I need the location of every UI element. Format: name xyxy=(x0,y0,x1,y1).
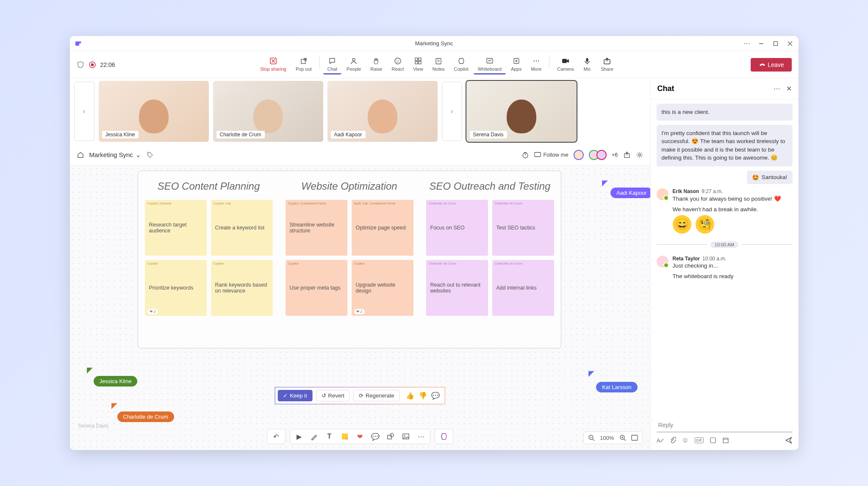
reply-input[interactable]: Reply xyxy=(657,418,793,432)
home-icon[interactable] xyxy=(77,151,84,159)
tag-icon[interactable] xyxy=(146,151,154,159)
chat-reply[interactable]: 🤩 Santouka! xyxy=(747,171,793,184)
notes-button[interactable]: Notes xyxy=(428,55,449,75)
chat-close-icon[interactable]: ✕ xyxy=(786,85,792,93)
whiteboard-canvas[interactable]: SEO Content Planning Copilot, DanielaRes… xyxy=(70,166,650,450)
keep-it-button[interactable]: ✓ Keep it xyxy=(277,390,312,401)
sticky-note[interactable]: CopilotUse proper meta tags xyxy=(286,260,347,316)
emoji-picker-icon[interactable]: ☺ xyxy=(682,436,689,444)
svg-rect-27 xyxy=(562,59,567,63)
sticky-note[interactable]: Charlotte de CrumReach out to relevant w… xyxy=(426,260,488,316)
record-icon[interactable] xyxy=(89,61,96,69)
sticky-note[interactable]: Charlotte de CrumTest SEO tactics xyxy=(492,200,554,256)
chat-message[interactable]: this is a new client. xyxy=(657,104,793,121)
shape-tool-icon[interactable] xyxy=(386,432,395,441)
sticky-note[interactable]: CopilotPrioritize keywords❤ 2 xyxy=(145,260,207,316)
emoji-reaction[interactable]: 🧐 xyxy=(696,215,714,234)
chat-thread[interactable]: Reta Taylor10:00 a.m. Just checking in..… xyxy=(657,256,793,279)
schedule-icon[interactable] xyxy=(722,437,729,444)
attach-icon[interactable] xyxy=(669,437,676,444)
heart-badge: ❤ 2 xyxy=(354,309,365,314)
participant-name: Charlotte de Crum xyxy=(216,131,265,138)
pen-tool-icon[interactable] xyxy=(310,432,319,441)
presence-avatar[interactable] xyxy=(574,150,584,160)
participant-tile-active[interactable]: Serena Davis xyxy=(466,81,577,142)
more-participants-count[interactable]: +6 xyxy=(612,152,618,158)
gif-icon[interactable]: GIF xyxy=(695,437,704,443)
sticker-icon[interactable] xyxy=(710,437,716,444)
presence-avatar[interactable] xyxy=(596,150,607,160)
text-tool-icon[interactable]: T xyxy=(325,432,334,441)
undo-icon[interactable]: ↶ xyxy=(272,432,281,441)
send-icon[interactable] xyxy=(785,436,793,444)
zoom-in-icon[interactable] xyxy=(619,434,626,441)
svg-rect-28 xyxy=(586,58,588,62)
maximize-button[interactable] xyxy=(772,40,779,47)
chat-message[interactable]: I'm pretty confident that this launch wi… xyxy=(657,125,793,166)
thumbs-up-icon[interactable]: 👍 xyxy=(406,392,414,400)
close-button[interactable] xyxy=(787,40,793,47)
camera-icon xyxy=(561,57,570,65)
mic-button[interactable]: Mic xyxy=(579,55,596,75)
zoom-out-icon[interactable] xyxy=(588,434,595,441)
pop-out-button[interactable]: Pop out xyxy=(291,55,316,75)
copilot-button[interactable]: Copilot xyxy=(450,55,473,75)
participant-tile[interactable]: Aadi Kapoor xyxy=(327,81,438,142)
react-button[interactable]: React xyxy=(387,55,408,75)
strip-next-button[interactable]: › xyxy=(442,82,462,141)
shield-icon[interactable] xyxy=(77,61,84,69)
sticky-note[interactable]: Copilot, DanielaResearch target audience xyxy=(145,200,207,256)
regenerate-button[interactable]: ⟳ Regenerate xyxy=(353,390,400,401)
reaction-tool-icon[interactable]: ❤ xyxy=(355,432,365,441)
strip-prev-button[interactable]: ‹ xyxy=(74,82,94,141)
time-divider: 10:00 AM xyxy=(657,241,793,248)
svg-rect-3 xyxy=(774,41,777,45)
settings-icon[interactable] xyxy=(636,151,643,159)
view-button[interactable]: View xyxy=(409,55,427,75)
ellipsis-icon[interactable]: ⋯ xyxy=(743,40,750,47)
chat-thread[interactable]: Erik Nason9:27 a.m. Thank you for always… xyxy=(657,188,793,234)
image-tool-icon[interactable] xyxy=(401,432,410,441)
more-button[interactable]: ⋯ More xyxy=(527,55,546,75)
whiteboard-title[interactable]: Marketing Sync ⌄ xyxy=(89,151,141,159)
camera-button[interactable]: Camera xyxy=(553,55,578,75)
timer-icon[interactable] xyxy=(521,151,529,159)
copilot-tool[interactable] xyxy=(435,429,453,444)
sticky-note[interactable]: CopilotRank keywords based on relevance xyxy=(211,260,273,316)
feedback-icon[interactable]: 💬 xyxy=(431,392,440,400)
sticky-note[interactable]: Charlotte de CrumAdd internal links xyxy=(492,260,554,316)
sticky-note[interactable]: CopilotUpgrade website design❤ 2 xyxy=(352,260,413,316)
emoji-reaction[interactable]: 😄 xyxy=(673,215,691,234)
sticky-tool-icon[interactable] xyxy=(340,432,349,441)
apps-button[interactable]: Apps xyxy=(507,55,526,75)
whiteboard-button[interactable]: Whiteboard xyxy=(474,55,506,75)
share-button[interactable]: Share xyxy=(596,55,617,75)
mic-icon xyxy=(583,57,591,65)
chat-more-icon[interactable]: ⋯ xyxy=(774,85,780,93)
zoom-controls: 100% xyxy=(583,431,642,444)
more-tools-icon[interactable]: ⋯ xyxy=(416,432,426,441)
comment-tool-icon[interactable]: 💬 xyxy=(371,432,380,441)
participant-name: Serena Davis xyxy=(470,131,507,138)
stop-sharing-button[interactable]: Stop sharing xyxy=(256,55,291,75)
undo-group: ↶ xyxy=(267,429,286,444)
format-icon[interactable]: A xyxy=(657,437,663,444)
sticky-note[interactable]: Copilot, Constance FerrisStreamline webs… xyxy=(286,200,347,256)
sticky-note[interactable]: Aadi, Kat, Constance FerrisOptimize page… xyxy=(352,200,413,256)
raise-hand-button[interactable]: Raise xyxy=(366,55,386,75)
people-button[interactable]: People xyxy=(342,55,365,75)
minimize-button[interactable] xyxy=(758,40,765,47)
cursor-tool-icon[interactable]: ▶ xyxy=(294,432,304,441)
chat-toggle-button[interactable]: Chat xyxy=(323,55,341,75)
revert-button[interactable]: ↺ Revert xyxy=(316,390,350,401)
participant-tile[interactable]: Jessica Kline xyxy=(99,81,209,142)
sticky-note[interactable]: Copilot, KatCreate a keyword list xyxy=(211,200,273,256)
share-link-icon[interactable] xyxy=(623,151,631,159)
leave-button[interactable]: Leave xyxy=(751,58,791,72)
follow-me-button[interactable]: Follow me xyxy=(534,152,568,158)
sticky-note[interactable]: Charlotte de CrumFocus on SEO xyxy=(426,200,488,256)
fit-screen-icon[interactable] xyxy=(631,435,638,441)
cursor-icon: ◤ xyxy=(87,365,93,375)
thumbs-down-icon[interactable]: 👎 xyxy=(419,392,427,400)
participant-tile[interactable]: Charlotte de Crum xyxy=(213,81,323,142)
